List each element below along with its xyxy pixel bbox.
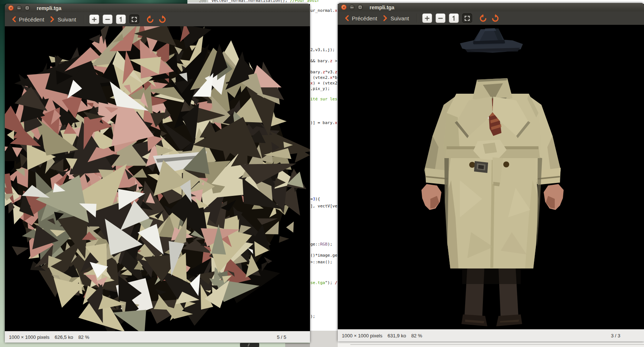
code-fragment: )] = bary.x — [310, 120, 337, 126]
code-fragment: =3){ — [310, 197, 320, 202]
fit-to-window-icon — [464, 16, 470, 21]
previous-label: Précédent — [352, 15, 377, 21]
toolbar-separator — [417, 14, 418, 23]
minimize-button[interactable]: — — [349, 4, 355, 10]
image-canvas-detective[interactable] — [338, 25, 644, 333]
code-fragment: bary.z*v3.z — [310, 70, 337, 75]
rotate-counterclockwise-icon — [479, 14, 487, 23]
titlebar[interactable]: ✕ — rempli.tga — [338, 3, 644, 11]
close-button[interactable]: ✕ — [341, 4, 347, 10]
zoom-out-button[interactable] — [103, 14, 113, 24]
plus-icon — [91, 17, 97, 22]
maximize-button[interactable] — [357, 4, 363, 10]
image-counter: 5 / 5 — [277, 334, 286, 340]
rotate-left-button[interactable] — [145, 14, 155, 24]
statusbar: 1000 × 1000 pixels 631,9 ko 82 % 3 / 3 — [338, 329, 644, 341]
image-dimensions: 1000 × 1000 pixels — [9, 334, 50, 340]
code-fragment: ], vectV[ve — [310, 204, 337, 209]
one-to-one-icon — [118, 17, 124, 22]
image-viewer-window-left: ✕ — rempli.tga Précédent Suivant 1000 × … — [5, 4, 310, 343]
detective-image — [338, 25, 644, 333]
zoom-level: 82 % — [78, 334, 89, 340]
next-label: Suivant — [57, 16, 76, 23]
code-fragment: (vtex2.x*b — [310, 75, 337, 80]
previous-button[interactable]: Précédent — [9, 14, 47, 24]
desktop-icon-glyph — [247, 343, 250, 347]
rotate-clockwise-icon — [158, 15, 167, 24]
zoom-in-button[interactable] — [89, 14, 99, 24]
best-fit-button[interactable] — [462, 13, 472, 23]
zoom-out-button[interactable] — [436, 13, 446, 23]
plus-icon — [424, 16, 430, 21]
code-fragment: ,pix_y); — [310, 86, 330, 91]
code-fragment: vecteur_normal.normalisation(); //Pour a… — [211, 0, 319, 3]
toolbar: Précédent Suivant — [5, 12, 310, 27]
code-fragment: ité sur les — [310, 97, 337, 102]
code-fragment: 2,v3,i,j); — [310, 47, 335, 53]
minimize-button[interactable]: — — [16, 5, 22, 11]
zoom-level: 82 % — [411, 333, 422, 338]
best-fit-button[interactable] — [129, 14, 139, 24]
code-strip-bottom — [310, 331, 338, 347]
file-size: 626,5 ko — [55, 334, 73, 340]
one-to-one-icon — [451, 16, 457, 21]
desktop-icon[interactable] — [240, 343, 259, 347]
maximize-button[interactable] — [24, 5, 30, 11]
file-size: 631,9 ko — [388, 333, 406, 338]
chevron-right-icon — [50, 16, 55, 23]
zoom-normal-button[interactable] — [116, 14, 126, 24]
code-fragment: && bary.z > — [310, 59, 337, 64]
statusbar: 1000 × 1000 pixels 626,5 ko 82 % 5 / 5 — [5, 331, 310, 343]
code-fragment: se.tga"); / — [310, 280, 337, 286]
triangle-soup-image — [5, 26, 310, 331]
background-window-rule — [350, 344, 644, 345]
previous-button[interactable]: Précédent — [341, 13, 380, 23]
zoom-normal-button[interactable] — [449, 13, 459, 23]
code-fragment: >::max(); — [310, 260, 333, 265]
rotate-right-button[interactable] — [490, 13, 500, 23]
code-fragment: ()*image.ge — [310, 253, 337, 258]
zoom-in-button[interactable] — [422, 13, 432, 23]
code-fragment: ); — [310, 314, 315, 319]
rotate-clockwise-icon — [491, 14, 500, 23]
chevron-left-icon — [344, 15, 349, 21]
window-title: rempli.tga — [370, 4, 394, 10]
rotate-left-button[interactable] — [478, 13, 488, 23]
close-button[interactable]: ✕ — [8, 5, 14, 11]
chevron-left-icon — [11, 16, 16, 23]
rotate-right-button[interactable] — [157, 14, 167, 24]
background-window-strip — [338, 341, 644, 347]
image-counter: 3 / 3 — [611, 333, 620, 338]
titlebar[interactable]: ✕ — rempli.tga — [5, 4, 310, 12]
next-label: Suivant — [390, 15, 409, 21]
code-fragment: ur_normal.x — [310, 8, 337, 13]
fit-to-window-icon — [131, 17, 137, 22]
toolbar-separator — [84, 15, 85, 24]
image-viewer-window-right: ✕ — rempli.tga Précédent Suivant 1000 × … — [338, 3, 644, 341]
desktop-wallpaper-left — [0, 0, 5, 347]
code-fragment: ge::RGB); — [310, 242, 333, 247]
image-dimensions: 1000 × 1000 pixels — [342, 333, 383, 338]
image-canvas-triangle-soup[interactable] — [5, 26, 310, 331]
code-strip[interactable]: ur_normal.x2,v3,i,j);&& bary.z >bary.z*v… — [310, 4, 338, 331]
previous-label: Précédent — [19, 16, 44, 23]
next-button[interactable]: Suivant — [380, 13, 412, 23]
chevron-right-icon — [383, 15, 388, 21]
line-number-gutter: 200 — [187, 0, 208, 2]
window-title: rempli.tga — [37, 5, 61, 11]
next-button[interactable]: Suivant — [47, 14, 79, 24]
code-fragment: x) + (vtex2 — [310, 81, 337, 86]
rotate-counterclockwise-icon — [146, 15, 154, 24]
minus-icon — [438, 16, 443, 21]
minus-icon — [105, 17, 110, 22]
toolbar: Précédent Suivant — [338, 11, 644, 25]
